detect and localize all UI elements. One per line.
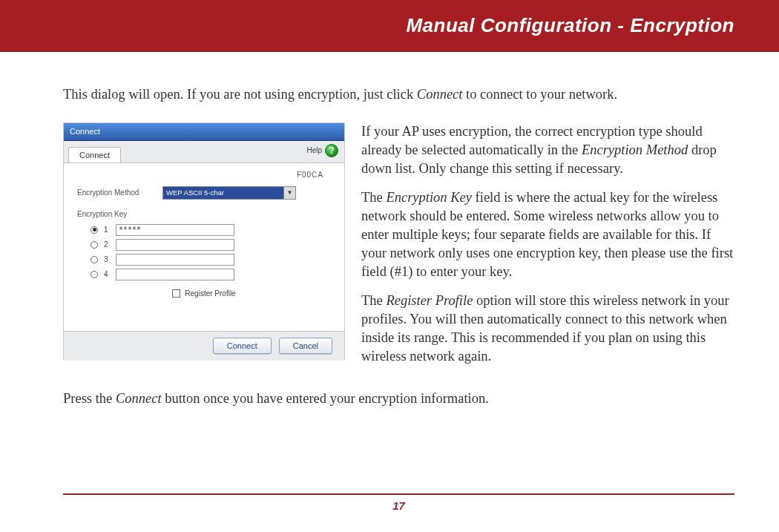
intro-text-a: This dialog will open. If you are not us… — [63, 87, 417, 102]
paragraph-2: The Encryption Key field is where the ac… — [361, 188, 734, 281]
key-radio-3[interactable] — [91, 256, 98, 263]
body-text: If your AP uses encryption, the correct … — [361, 122, 734, 376]
key-row-2: 2 — [91, 239, 331, 251]
key-radio-2[interactable] — [91, 241, 98, 249]
enc-key-group: Encryption Key 1 ***** 2 3 — [77, 210, 331, 298]
enc-key-label: Encryption Key — [77, 210, 331, 218]
key-input-1[interactable]: ***** — [116, 224, 234, 236]
help-icon: ? — [325, 144, 338, 157]
key-num-2: 2 — [104, 240, 110, 249]
key-input-2[interactable] — [116, 239, 234, 251]
key-num-3: 3 — [104, 255, 110, 263]
page-title: Manual Configuration - Encryption — [406, 14, 734, 37]
key-row-1: 1 ***** — [91, 224, 331, 236]
concluding-paragraph: Press the Connect button once you have e… — [63, 390, 734, 408]
page-footer: 17 — [63, 493, 734, 513]
register-profile-label: Register Profile — [185, 289, 235, 298]
dialog-footer: Connect Cancel — [64, 331, 344, 361]
key-input-4[interactable] — [116, 269, 234, 280]
key-radio-4[interactable] — [91, 271, 98, 278]
page-number: 17 — [392, 499, 405, 512]
key-num-1: 1 — [104, 226, 110, 234]
enc-method-select[interactable]: WEP ASCII 5-char ▼ — [162, 186, 296, 200]
intro-text-b: to connect to your network. — [462, 87, 617, 102]
paragraph-1: If your AP uses encryption, the correct … — [361, 122, 734, 178]
cancel-button[interactable]: Cancel — [279, 338, 332, 354]
ssid-label: F00CA — [77, 171, 331, 179]
register-profile-row: Register Profile — [77, 289, 331, 298]
intro-paragraph: This dialog will open. If you are not us… — [63, 85, 734, 104]
key-row-4: 4 — [91, 269, 331, 280]
dialog-tabrow: Connect Help ? — [64, 141, 344, 163]
connect-dialog: Connect Connect Help ? F00CA Encryption … — [63, 122, 345, 360]
footer-divider — [63, 493, 734, 495]
key-input-3[interactable] — [116, 254, 234, 266]
paragraph-3: The Register Profile option will store t… — [361, 292, 734, 366]
enc-method-label: Encryption Method — [77, 188, 162, 197]
dialog-title: Connect — [70, 127, 100, 136]
key-num-4: 4 — [104, 270, 110, 278]
key-row-3: 3 — [91, 254, 331, 266]
dialog-body: F00CA Encryption Method WEP ASCII 5-char… — [64, 163, 344, 331]
enc-method-value: WEP ASCII 5-char — [163, 187, 283, 199]
connect-button[interactable]: Connect — [213, 338, 272, 354]
page-content: This dialog will open. If you are not us… — [0, 52, 779, 423]
body-row: Connect Connect Help ? F00CA Encryption … — [63, 122, 734, 376]
dialog-titlebar: Connect — [64, 123, 344, 141]
intro-connect-em: Connect — [417, 87, 463, 102]
page-header: Manual Configuration - Encryption — [0, 0, 779, 52]
help-label: Help — [306, 146, 322, 154]
tab-connect[interactable]: Connect — [68, 147, 121, 162]
key-radio-1[interactable] — [91, 226, 98, 234]
enc-method-row: Encryption Method WEP ASCII 5-char ▼ — [77, 186, 331, 200]
register-profile-checkbox[interactable] — [172, 289, 180, 298]
chevron-down-icon: ▼ — [283, 187, 295, 199]
help-group[interactable]: Help ? — [306, 144, 338, 157]
